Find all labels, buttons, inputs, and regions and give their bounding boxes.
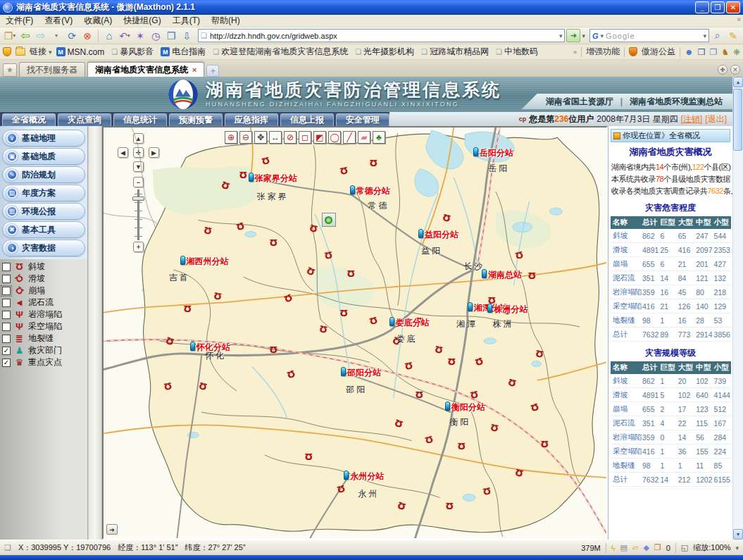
links-bar-item[interactable]: ❏冠路城市精品网	[421, 46, 489, 58]
sidebar-section[interactable]: ◑灾害数据	[2, 239, 85, 256]
favorites-star-icon[interactable]: ★	[3, 63, 17, 77]
scroll-track[interactable]	[733, 87, 743, 529]
expand-panel-button[interactable]: ➜	[106, 524, 118, 535]
nav-tab[interactable]: 预测预警	[169, 113, 223, 126]
overflow-chevron-icon[interactable]: »	[736, 18, 743, 25]
menu-item[interactable]: 文件(F)	[0, 14, 39, 27]
map-view[interactable]: ΩΩΩΩΩΩΩΩΩΩΩΩΩΩΩΩΩΩΩΩΩΩΩΩΩΩΩΩΩΩΩΩΩΩΩΩΩΩΩΩ…	[102, 126, 608, 540]
sidebar-section[interactable]: ✖基本工具	[2, 221, 85, 238]
proxy-icon[interactable]: ☻	[685, 47, 694, 57]
printer-icon[interactable]: ▤	[620, 543, 628, 552]
zoom-slider-handle[interactable]	[132, 197, 144, 201]
menu-item[interactable]: 快捷组(G)	[118, 14, 166, 27]
address-bar[interactable]: ❏ ▾	[198, 29, 565, 42]
history-clock-button[interactable]: ◷	[149, 29, 163, 43]
links-bar-item[interactable]: M电台指南	[161, 46, 206, 58]
links-bar-item[interactable]: ❏欢迎登陆湖南省地质灾害信息系统	[213, 46, 348, 58]
pan-left-button[interactable]: ◀	[118, 147, 128, 158]
zoom-level[interactable]: 缩放:100%	[693, 542, 730, 553]
vertical-scrollbar[interactable]: ▲ ▼	[732, 77, 743, 540]
minimize-button[interactable]: _	[695, 1, 709, 13]
zoom-rect-button[interactable]: ◩	[313, 131, 326, 144]
window-list-button[interactable]: ❒	[164, 29, 178, 43]
layer-checkbox[interactable]	[2, 311, 11, 319]
browser-tab[interactable]: 找不到服务器	[19, 62, 85, 77]
boost-icon[interactable]: ϟ	[611, 544, 616, 552]
menu-item[interactable]: 工具(T)	[167, 14, 206, 27]
station-marker[interactable]: 常德分站	[350, 185, 390, 197]
forward-button[interactable]: ⇨	[34, 29, 48, 43]
new-tab-ghost-button[interactable]: +	[206, 65, 219, 77]
mascot-icon[interactable]: ♞	[721, 47, 729, 57]
links-bar-item[interactable]: ❏光年摄影机构	[355, 46, 414, 58]
pan-button[interactable]: ✥	[254, 131, 267, 144]
station-marker[interactable]: 湘西州分站	[180, 256, 229, 268]
menu-item[interactable]: 收藏(A)	[78, 14, 118, 27]
station-marker[interactable]: 益阳分站	[418, 229, 458, 241]
nav-tab[interactable]: 应急指挥	[225, 113, 278, 126]
draw-line-button[interactable]: ╱	[343, 131, 356, 144]
layer-row[interactable]: Ω滑坡	[0, 273, 87, 285]
search-button[interactable]: ⌕	[711, 29, 725, 43]
go-button[interactable]: ➜	[566, 29, 580, 42]
links-folder-icon[interactable]	[15, 48, 25, 56]
logout-link[interactable]: [注销]	[681, 113, 703, 125]
layer-row[interactable]: ✓♟救灾部门	[0, 344, 87, 356]
layer-row[interactable]: ✓♛重点灾点	[0, 356, 87, 368]
zoom-in-button[interactable]: ⊕	[225, 131, 237, 144]
scroll-thumb[interactable]	[733, 89, 742, 151]
browser-tab[interactable]: 湖南省地质灾害信息系统×	[87, 62, 204, 77]
close-button[interactable]: ✕	[726, 1, 740, 13]
banner-org-link[interactable]: 湖南省地质环境监测总站	[630, 96, 723, 108]
pan-down-button[interactable]: ▼	[133, 161, 144, 172]
sidebar-section[interactable]: ▤年度方案	[2, 185, 85, 201]
restore-button[interactable]: ❐	[711, 1, 725, 13]
zoom-in-slider-button[interactable]: ＋	[133, 242, 144, 252]
refresh-button[interactable]: ⟳	[65, 29, 79, 43]
sidebar-section[interactable]: ▣基础地质	[2, 148, 85, 165]
scroll-up-icon[interactable]: ▲	[733, 77, 743, 87]
layer-row[interactable]: Ω崩塌	[0, 285, 87, 297]
screen-capture-icon[interactable]: ❒	[698, 47, 706, 57]
layer-row[interactable]: Ψ采空塌陷	[0, 321, 87, 332]
layer-checkbox[interactable]: ✓	[2, 347, 11, 355]
sidebar-section[interactable]: ✎防治规划	[2, 166, 85, 183]
sidebar-section[interactable]: ∨基础地理	[2, 130, 85, 147]
notes-icon[interactable]: ❐	[709, 47, 717, 57]
folder-icon[interactable]: ▱	[632, 543, 638, 552]
eraser-button[interactable]: ▰	[358, 131, 370, 144]
menu-item[interactable]: 查看(V)	[39, 14, 78, 27]
station-marker[interactable]: 邵阳分站	[341, 367, 381, 379]
station-marker[interactable]: 张家界分站	[249, 173, 297, 185]
nav-tab[interactable]: 信息统计	[113, 113, 167, 126]
search-dropdown-icon[interactable]: ▾	[703, 32, 706, 39]
links-bar-item[interactable]: ❏中地数码	[496, 46, 538, 58]
layer-row[interactable]: ≣地裂缝	[0, 332, 87, 344]
legend-button[interactable]: ♣	[373, 131, 385, 144]
layer-checkbox[interactable]	[2, 263, 11, 271]
undo-button[interactable]: ↶▾	[118, 29, 132, 43]
station-marker[interactable]: 永州分站	[344, 471, 384, 483]
links-bar-item[interactable]: MMSN.com	[56, 46, 105, 58]
tab-close-icon[interactable]: ×	[192, 66, 196, 74]
go-dropdown-icon[interactable]: ▾	[582, 32, 585, 39]
measure-button[interactable]: ↔	[269, 131, 282, 144]
url-input[interactable]	[210, 32, 556, 40]
station-marker[interactable]: 岳阳分站	[473, 147, 513, 159]
enhance-link[interactable]: 增强功能	[586, 46, 620, 58]
tab-tools-button[interactable]: ✚	[718, 65, 728, 75]
engine-dropdown-icon[interactable]: ▾	[601, 32, 604, 39]
layer-checkbox[interactable]	[2, 323, 11, 331]
layer-row[interactable]: Ψ岩溶塌陷	[0, 309, 87, 321]
station-marker[interactable]: 娄底分站	[389, 317, 430, 329]
layer-row[interactable]: ◄泥石流	[0, 297, 87, 309]
pan-right-button[interactable]: ▶	[149, 147, 159, 158]
resize-icon[interactable]: ◱	[681, 543, 688, 552]
full-extent-button[interactable]: ⊘	[284, 131, 296, 144]
center-button[interactable]: ✛	[133, 147, 144, 158]
zoom-caret-icon[interactable]: ▾	[735, 545, 739, 552]
links-bar-item[interactable]: ❏暴风影音	[111, 46, 154, 58]
nav-tab[interactable]: 全省概况	[2, 113, 56, 126]
url-dropdown-icon[interactable]: ▾	[559, 32, 563, 39]
history-dropdown-icon[interactable]: ▾	[49, 29, 63, 43]
